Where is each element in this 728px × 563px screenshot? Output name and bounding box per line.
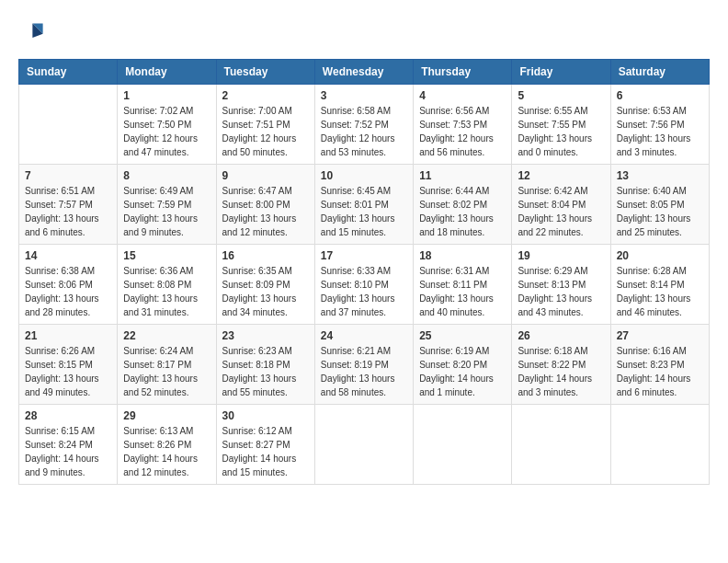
column-header-thursday: Thursday	[414, 60, 512, 85]
column-header-tuesday: Tuesday	[216, 60, 314, 85]
day-number: 5	[518, 89, 604, 102]
day-number: 9	[222, 169, 309, 182]
day-number: 19	[518, 249, 604, 262]
day-number: 25	[419, 329, 506, 342]
calendar-cell: 10Sunrise: 6:45 AM Sunset: 8:01 PM Dayli…	[314, 165, 413, 245]
calendar-week-row: 21Sunrise: 6:26 AM Sunset: 8:15 PM Dayli…	[19, 325, 710, 405]
column-header-monday: Monday	[118, 60, 216, 85]
calendar-cell: 1Sunrise: 7:02 AM Sunset: 7:50 PM Daylig…	[118, 85, 216, 165]
day-number: 12	[518, 169, 604, 182]
calendar-cell: 3Sunrise: 6:58 AM Sunset: 7:52 PM Daylig…	[314, 85, 413, 165]
calendar-cell	[610, 405, 709, 485]
day-number: 23	[222, 329, 309, 342]
logo-icon	[18, 18, 44, 44]
column-header-wednesday: Wednesday	[314, 60, 413, 85]
day-info: Sunrise: 6:58 AM Sunset: 7:52 PM Dayligh…	[321, 104, 407, 159]
day-info: Sunrise: 6:12 AM Sunset: 8:27 PM Dayligh…	[222, 424, 309, 479]
day-info: Sunrise: 6:26 AM Sunset: 8:15 PM Dayligh…	[25, 344, 111, 399]
day-info: Sunrise: 6:45 AM Sunset: 8:01 PM Dayligh…	[321, 184, 407, 239]
calendar-cell: 9Sunrise: 6:47 AM Sunset: 8:00 PM Daylig…	[216, 165, 314, 245]
day-number: 1	[123, 89, 210, 102]
day-info: Sunrise: 6:35 AM Sunset: 8:09 PM Dayligh…	[222, 264, 309, 319]
day-info: Sunrise: 6:36 AM Sunset: 8:08 PM Dayligh…	[123, 264, 210, 319]
day-number: 21	[25, 329, 111, 342]
day-number: 26	[518, 329, 604, 342]
day-number: 20	[617, 249, 703, 262]
day-number: 27	[617, 329, 703, 342]
day-number: 18	[419, 249, 506, 262]
calendar-cell: 25Sunrise: 6:19 AM Sunset: 8:20 PM Dayli…	[414, 325, 512, 405]
day-number: 16	[222, 249, 309, 262]
column-header-saturday: Saturday	[610, 60, 709, 85]
calendar-cell: 19Sunrise: 6:29 AM Sunset: 8:13 PM Dayli…	[512, 245, 610, 325]
calendar-cell	[414, 405, 512, 485]
calendar-cell: 21Sunrise: 6:26 AM Sunset: 8:15 PM Dayli…	[19, 325, 118, 405]
calendar-cell: 2Sunrise: 7:00 AM Sunset: 7:51 PM Daylig…	[216, 85, 314, 165]
calendar-week-row: 1Sunrise: 7:02 AM Sunset: 7:50 PM Daylig…	[19, 85, 710, 165]
day-info: Sunrise: 6:15 AM Sunset: 8:24 PM Dayligh…	[25, 424, 111, 479]
day-info: Sunrise: 6:13 AM Sunset: 8:26 PM Dayligh…	[123, 424, 210, 479]
calendar-cell: 15Sunrise: 6:36 AM Sunset: 8:08 PM Dayli…	[118, 245, 216, 325]
day-info: Sunrise: 6:16 AM Sunset: 8:23 PM Dayligh…	[617, 344, 703, 399]
day-info: Sunrise: 6:38 AM Sunset: 8:06 PM Dayligh…	[25, 264, 111, 319]
day-info: Sunrise: 6:47 AM Sunset: 8:00 PM Dayligh…	[222, 184, 309, 239]
day-number: 6	[617, 89, 703, 102]
day-info: Sunrise: 6:40 AM Sunset: 8:05 PM Dayligh…	[617, 184, 703, 239]
calendar-cell: 11Sunrise: 6:44 AM Sunset: 8:02 PM Dayli…	[414, 165, 512, 245]
day-info: Sunrise: 7:02 AM Sunset: 7:50 PM Dayligh…	[123, 104, 210, 159]
calendar-cell: 6Sunrise: 6:53 AM Sunset: 7:56 PM Daylig…	[610, 85, 709, 165]
day-info: Sunrise: 6:56 AM Sunset: 7:53 PM Dayligh…	[419, 104, 506, 159]
day-info: Sunrise: 6:33 AM Sunset: 8:10 PM Dayligh…	[321, 264, 407, 319]
day-number: 2	[222, 89, 309, 102]
calendar-table: SundayMondayTuesdayWednesdayThursdayFrid…	[18, 59, 710, 485]
column-header-friday: Friday	[512, 60, 610, 85]
calendar-cell	[19, 85, 118, 165]
calendar-cell	[512, 405, 610, 485]
calendar-cell: 8Sunrise: 6:49 AM Sunset: 7:59 PM Daylig…	[118, 165, 216, 245]
calendar-cell: 17Sunrise: 6:33 AM Sunset: 8:10 PM Dayli…	[314, 245, 413, 325]
day-number: 22	[123, 329, 210, 342]
day-info: Sunrise: 6:49 AM Sunset: 7:59 PM Dayligh…	[123, 184, 210, 239]
column-header-sunday: Sunday	[19, 60, 118, 85]
day-info: Sunrise: 6:21 AM Sunset: 8:19 PM Dayligh…	[321, 344, 407, 399]
calendar-cell: 26Sunrise: 6:18 AM Sunset: 8:22 PM Dayli…	[512, 325, 610, 405]
calendar-cell: 13Sunrise: 6:40 AM Sunset: 8:05 PM Dayli…	[610, 165, 709, 245]
day-number: 11	[419, 169, 506, 182]
page-header	[18, 18, 710, 44]
day-number: 10	[321, 169, 407, 182]
day-info: Sunrise: 6:29 AM Sunset: 8:13 PM Dayligh…	[518, 264, 604, 319]
calendar-cell: 29Sunrise: 6:13 AM Sunset: 8:26 PM Dayli…	[118, 405, 216, 485]
calendar-week-row: 14Sunrise: 6:38 AM Sunset: 8:06 PM Dayli…	[19, 245, 710, 325]
day-info: Sunrise: 6:53 AM Sunset: 7:56 PM Dayligh…	[617, 104, 703, 159]
day-number: 24	[321, 329, 407, 342]
day-number: 8	[123, 169, 210, 182]
logo	[18, 18, 48, 44]
day-number: 7	[25, 169, 111, 182]
day-number: 17	[321, 249, 407, 262]
calendar-week-row: 7Sunrise: 6:51 AM Sunset: 7:57 PM Daylig…	[19, 165, 710, 245]
day-number: 14	[25, 249, 111, 262]
day-info: Sunrise: 6:31 AM Sunset: 8:11 PM Dayligh…	[419, 264, 506, 319]
calendar-cell: 14Sunrise: 6:38 AM Sunset: 8:06 PM Dayli…	[19, 245, 118, 325]
day-info: Sunrise: 6:51 AM Sunset: 7:57 PM Dayligh…	[25, 184, 111, 239]
calendar-cell: 12Sunrise: 6:42 AM Sunset: 8:04 PM Dayli…	[512, 165, 610, 245]
day-info: Sunrise: 6:18 AM Sunset: 8:22 PM Dayligh…	[518, 344, 604, 399]
day-number: 15	[123, 249, 210, 262]
calendar-header-row: SundayMondayTuesdayWednesdayThursdayFrid…	[19, 60, 710, 85]
calendar-cell: 22Sunrise: 6:24 AM Sunset: 8:17 PM Dayli…	[118, 325, 216, 405]
calendar-week-row: 28Sunrise: 6:15 AM Sunset: 8:24 PM Dayli…	[19, 405, 710, 485]
day-info: Sunrise: 6:28 AM Sunset: 8:14 PM Dayligh…	[617, 264, 703, 319]
day-number: 30	[222, 409, 309, 422]
day-info: Sunrise: 6:23 AM Sunset: 8:18 PM Dayligh…	[222, 344, 309, 399]
calendar-cell: 5Sunrise: 6:55 AM Sunset: 7:55 PM Daylig…	[512, 85, 610, 165]
calendar-cell: 24Sunrise: 6:21 AM Sunset: 8:19 PM Dayli…	[314, 325, 413, 405]
day-number: 13	[617, 169, 703, 182]
day-info: Sunrise: 6:42 AM Sunset: 8:04 PM Dayligh…	[518, 184, 604, 239]
day-info: Sunrise: 6:44 AM Sunset: 8:02 PM Dayligh…	[419, 184, 506, 239]
day-info: Sunrise: 7:00 AM Sunset: 7:51 PM Dayligh…	[222, 104, 309, 159]
calendar-cell: 4Sunrise: 6:56 AM Sunset: 7:53 PM Daylig…	[414, 85, 512, 165]
day-number: 3	[321, 89, 407, 102]
calendar-cell: 28Sunrise: 6:15 AM Sunset: 8:24 PM Dayli…	[19, 405, 118, 485]
calendar-cell: 23Sunrise: 6:23 AM Sunset: 8:18 PM Dayli…	[216, 325, 314, 405]
calendar-cell: 30Sunrise: 6:12 AM Sunset: 8:27 PM Dayli…	[216, 405, 314, 485]
